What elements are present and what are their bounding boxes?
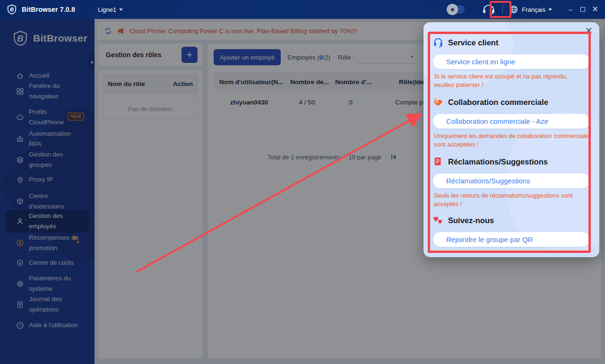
popup-section-title: Réclamations/Suggestions	[448, 157, 548, 166]
toggle-knob-icon	[447, 4, 458, 15]
chevron-down-icon	[119, 9, 123, 11]
maximize-icon	[580, 7, 585, 12]
svg-text:B: B	[10, 7, 14, 12]
popup-section-title: Collaboration commerciale	[448, 98, 548, 107]
popup-section-note: Seuls les retours de réclamations/sugges…	[434, 191, 589, 208]
line-selector[interactable]: Ligne1	[98, 6, 123, 13]
popup-section-collaboration: Collaboration commerciale Collaboration …	[433, 97, 590, 149]
collaboration-button[interactable]: Collaboration commerciale - Aze	[433, 114, 590, 129]
divider	[502, 5, 503, 14]
service-client-button[interactable]: Service client en ligne	[433, 54, 590, 69]
popup-section-note: Uniquement les demandes de collaboration…	[434, 132, 589, 149]
support-popup: ✕ Service client Service client en ligne…	[424, 22, 599, 257]
reclamations-button[interactable]: Réclamations/Suggestions	[433, 173, 590, 188]
hearts-icon	[433, 215, 443, 225]
close-icon[interactable]: ✕	[585, 26, 593, 35]
popup-section-suivez-nous: Suivez-nous Rejoindre le groupe par QR	[433, 215, 590, 247]
chevron-down-icon	[548, 9, 552, 11]
headset-icon	[433, 37, 443, 48]
popup-section-reclamations: Réclamations/Suggestions Réclamations/Su…	[433, 156, 590, 208]
close-window-button[interactable]: ✕	[589, 0, 601, 19]
popup-section-title: Suivez-nous	[448, 216, 494, 225]
globe-icon	[510, 5, 518, 14]
support-headset-icon[interactable]	[482, 3, 496, 16]
theme-toggle[interactable]	[448, 5, 465, 14]
qr-group-button[interactable]: Rejoindre le groupe par QR	[433, 232, 590, 247]
handshake-icon	[433, 97, 443, 107]
minimize-button[interactable]: –	[564, 0, 577, 19]
bitbrowser-logo-icon: B	[7, 4, 17, 15]
maximize-button[interactable]	[577, 0, 589, 19]
popup-section-title: Service client	[448, 38, 498, 47]
app-title: BitBrowser 7.0.8	[22, 6, 75, 13]
popup-section-note: Si le service client est occupé et na pa…	[434, 72, 589, 89]
popup-section-service-client: Service client Service client en ligne S…	[433, 37, 590, 89]
titlebar: B BitBrowser 7.0.8 Ligne1 Français – ✕	[0, 0, 605, 19]
language-selector[interactable]: Français	[522, 6, 552, 13]
complaint-icon	[433, 156, 443, 167]
